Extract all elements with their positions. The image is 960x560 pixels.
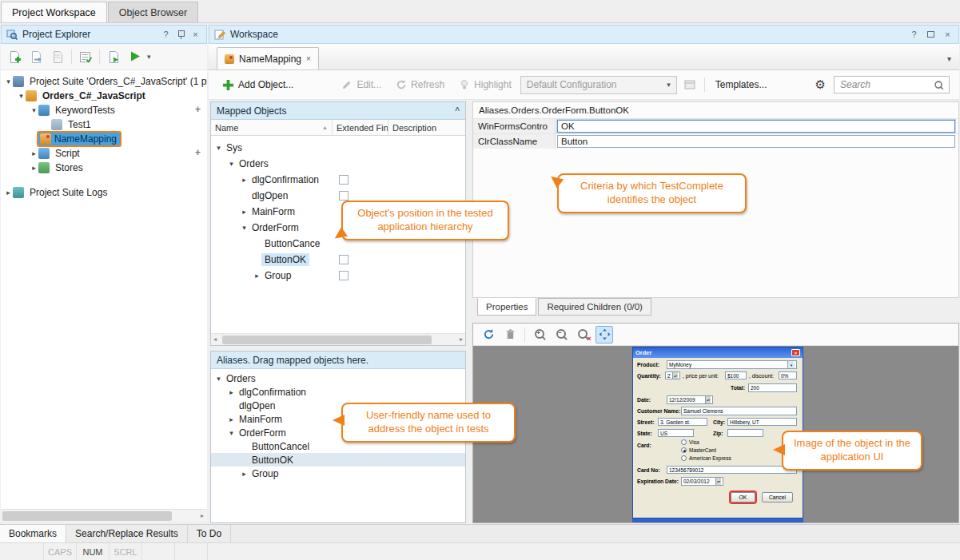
chevron-down-icon[interactable] — [227, 429, 236, 437]
tree-item-script[interactable]: Script + — [1, 146, 207, 161]
tab-required-children[interactable]: Required Children (0/0) — [538, 298, 651, 316]
search-box[interactable] — [834, 76, 950, 93]
column-label: Extended Find — [337, 123, 388, 133]
help-icon[interactable]: ? — [908, 30, 920, 40]
tree-item-stores[interactable]: Stores — [1, 161, 207, 175]
add-script-button[interactable]: + — [195, 147, 201, 158]
zoom-out-button[interactable]: − — [552, 326, 570, 344]
help-icon[interactable]: ? — [160, 30, 172, 40]
gear-icon[interactable]: ⚙ — [811, 77, 831, 92]
chevron-down-icon[interactable] — [17, 92, 26, 100]
run-dropdown-icon[interactable]: ▾ — [147, 53, 151, 61]
tab-object-browser[interactable]: Object Browser — [108, 2, 198, 22]
configuration-select[interactable]: Default Configuration ▾ — [520, 76, 677, 94]
scrollbar-thumb[interactable] — [222, 336, 432, 344]
tree-item-dlgconfirmation[interactable]: dlgConfirmation — [211, 172, 465, 188]
chevron-right-icon[interactable] — [253, 272, 261, 280]
property-value-field[interactable]: OK — [557, 120, 955, 133]
column-extended-find[interactable]: Extended Find — [333, 120, 388, 135]
close-icon[interactable]: × — [306, 54, 311, 63]
doc-tab-namemapping[interactable]: NameMapping × — [217, 47, 319, 70]
chevron-down-icon[interactable] — [227, 160, 236, 168]
tree-item-buttonok-selected[interactable]: ButtonOK — [211, 453, 465, 467]
tree-item-project-suite-logs[interactable]: Project Suite Logs — [1, 185, 207, 200]
chevron-right-icon[interactable] — [30, 149, 38, 157]
collapse-icon[interactable]: ^ — [455, 106, 460, 115]
column-label: Description — [392, 123, 436, 133]
delete-image-button[interactable] — [501, 326, 519, 344]
scroll-right-arrow-icon[interactable]: ▸ — [460, 336, 463, 343]
chevron-down-icon[interactable] — [4, 77, 13, 85]
chevron-right-icon[interactable] — [4, 189, 13, 197]
callout-text: User-friendly name used to address the o… — [366, 409, 491, 435]
templates-button[interactable]: Templates... — [710, 75, 773, 94]
tree-item-project-suite[interactable]: Project Suite 'Orders_C#_JavaScript' (1 … — [1, 74, 207, 89]
run-project-button[interactable] — [125, 46, 145, 67]
close-icon[interactable]: × — [942, 30, 954, 40]
refresh-image-button[interactable] — [480, 326, 497, 344]
tab-search-replace-results[interactable]: Search/Replace Results — [66, 525, 188, 542]
tab-list-dropdown-icon[interactable]: ▾ — [947, 54, 951, 63]
tree-item-group[interactable]: Group — [211, 268, 465, 284]
chevron-down-icon[interactable] — [214, 375, 223, 383]
property-row[interactable]: ClrClassName Button — [473, 133, 958, 149]
add-existing-item-button[interactable] — [48, 46, 67, 67]
tree-item-orders[interactable]: Orders — [211, 156, 465, 172]
tree-item-keywordtests[interactable]: KeywordTests + — [1, 103, 207, 117]
tree-item-test1[interactable]: Test1 — [1, 117, 207, 132]
scroll-left-arrow-icon[interactable]: ◂ — [213, 336, 217, 343]
configuration-manager-button[interactable] — [680, 74, 699, 95]
chevron-down-icon[interactable] — [214, 144, 223, 152]
extended-find-checkbox[interactable] — [339, 175, 349, 185]
chevron-right-icon[interactable] — [240, 208, 249, 216]
chevron-right-icon[interactable] — [227, 415, 236, 423]
visa-radio: Visa — [681, 439, 699, 445]
tree-item-project[interactable]: Orders_C#_JavaScript — [1, 89, 207, 103]
fit-to-window-button[interactable] — [596, 326, 613, 344]
chevron-right-icon[interactable] — [240, 176, 249, 184]
tab-to-do[interactable]: To Do — [188, 525, 231, 542]
property-row[interactable]: WinFormsContro OK — [473, 118, 958, 133]
tree-item-sys[interactable]: Sys — [211, 140, 465, 156]
add-object-button[interactable]: Add Object... — [217, 75, 299, 95]
add-keyword-test-button[interactable]: + — [195, 104, 201, 115]
edit-button[interactable]: Edit... — [336, 75, 387, 94]
zoom-cancel-icon: × — [577, 328, 589, 340]
tree-item-orders[interactable]: Orders — [211, 371, 465, 385]
run-test-button[interactable] — [104, 46, 123, 67]
highlight-button[interactable]: Highlight — [453, 75, 517, 94]
pin-icon[interactable] — [177, 30, 185, 40]
tab-bookmarks[interactable]: Bookmarks — [0, 525, 66, 542]
chevron-down-icon[interactable] — [30, 106, 38, 114]
scrollbar-thumb[interactable] — [2, 511, 172, 521]
tree-item-label: Script — [53, 147, 82, 160]
chevron-right-icon[interactable] — [240, 470, 249, 478]
add-project-item-button[interactable] — [5, 46, 24, 67]
extended-find-checkbox[interactable] — [339, 191, 349, 201]
column-description[interactable]: Description — [388, 120, 465, 135]
chevron-right-icon[interactable] — [227, 388, 236, 396]
tree-item-buttonok-selected[interactable]: ButtonOK — [211, 252, 465, 268]
refresh-button[interactable]: Refresh — [390, 75, 450, 94]
scroll-right-arrow-icon[interactable]: ▸ — [201, 512, 204, 519]
chevron-down-icon[interactable] — [240, 224, 249, 232]
property-value-field[interactable]: Button — [557, 135, 955, 148]
horizontal-scrollbar[interactable]: ▸ — [1, 509, 207, 522]
tab-project-workspace[interactable]: Project Workspace — [1, 2, 107, 22]
tree-item-dlgconfirmation[interactable]: dlgConfirmation — [211, 385, 465, 399]
close-icon[interactable]: × — [189, 30, 201, 40]
tab-properties[interactable]: Properties — [477, 298, 536, 316]
zoom-in-button[interactable]: + — [531, 326, 548, 344]
float-icon[interactable] — [927, 31, 934, 38]
zoom-reset-button[interactable]: × — [574, 326, 592, 344]
organize-tests-button[interactable] — [76, 46, 95, 67]
horizontal-scrollbar[interactable]: ◂ ▸ — [211, 333, 465, 345]
extended-find-checkbox[interactable] — [339, 255, 349, 264]
chevron-right-icon[interactable] — [30, 164, 38, 172]
column-name[interactable]: Name▲ — [211, 120, 333, 135]
search-input[interactable] — [840, 79, 933, 90]
extended-find-checkbox[interactable] — [339, 271, 349, 280]
add-new-item-button[interactable] — [26, 46, 46, 67]
tree-item-namemapping-selected[interactable]: NameMapping — [1, 132, 207, 146]
tree-item-group[interactable]: Group — [211, 467, 465, 480]
